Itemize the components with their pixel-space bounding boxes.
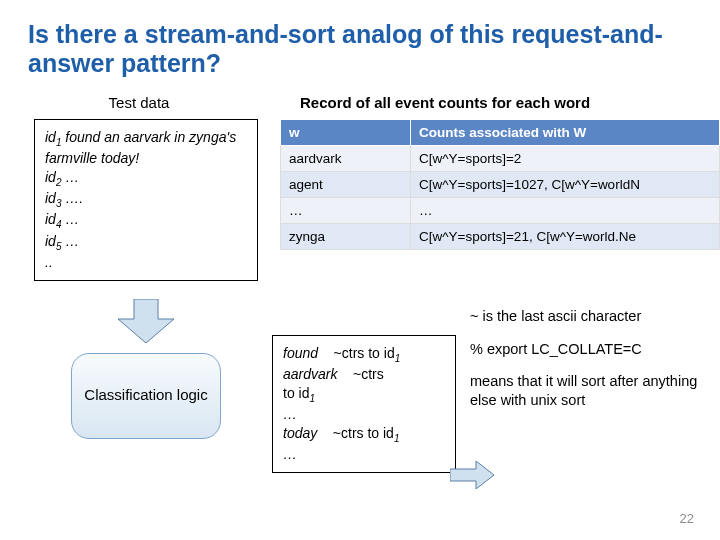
cell-w: agent (281, 171, 411, 197)
td-id: id (45, 190, 56, 206)
td-id: id (45, 233, 56, 249)
table-row: agentC[w^Y=sports]=1027, C[w^Y=worldN (281, 171, 720, 197)
output-box: found ~ctrs to id1 aardvark ~ctrs to id1… (272, 335, 456, 474)
out-sub: 1 (309, 393, 315, 404)
table-row: …… (281, 197, 720, 223)
label-record-counts: Record of all event counts for each word (300, 94, 590, 111)
explain-line-1: ~ is the last ascii character (470, 307, 700, 326)
test-data-box: id1 found an aarvark in zynga's farmvill… (34, 119, 258, 281)
cell-c: C[w^Y=sports]=21, C[w^Y=world.Ne (411, 223, 720, 249)
label-test-data: Test data (34, 94, 244, 111)
out-w: aardvark (283, 366, 337, 382)
th-counts: Counts associated with W (411, 119, 720, 145)
out-w: today (283, 425, 317, 441)
right-arrow-icon (450, 461, 494, 493)
cell-c: C[w^Y=sports]=1027, C[w^Y=worldN (411, 171, 720, 197)
slide-title: Is there a stream-and-sort analog of thi… (0, 0, 720, 88)
out-msg: ~ctrs to id (334, 345, 395, 361)
td-rest: found an aarvark in zynga's farmville to… (45, 129, 236, 166)
th-w: w (281, 119, 411, 145)
out-ell: … (283, 406, 297, 422)
counts-table-wrap: w Counts associated with W aardvarkC[w^Y… (280, 119, 720, 250)
slide-number: 22 (680, 511, 694, 526)
td-rest: … (61, 169, 79, 185)
table-row: zyngaC[w^Y=sports]=21, C[w^Y=world.Ne (281, 223, 720, 249)
counts-table: w Counts associated with W aardvarkC[w^Y… (280, 119, 720, 250)
td-id: id (45, 129, 56, 145)
cell-w: … (281, 197, 411, 223)
out-ell: … (283, 446, 297, 462)
td-id: id (45, 169, 56, 185)
explain-line-3: means that it will sort after anything e… (470, 372, 700, 410)
td-rest: … (61, 233, 79, 249)
out-msg: to id (283, 385, 309, 401)
classification-logic-box: Classification logic (71, 353, 221, 439)
class-box-label: Classification logic (84, 386, 207, 405)
out-msg: ~ctrs to id (333, 425, 394, 441)
td-id: id (45, 211, 56, 227)
cell-w: zynga (281, 223, 411, 249)
td-tail: .. (45, 254, 53, 270)
cell-c: … (411, 197, 720, 223)
td-rest: …. (61, 190, 83, 206)
down-arrow-icon (114, 299, 178, 343)
cell-c: C[w^Y=sports]=2 (411, 145, 720, 171)
td-rest: … (61, 211, 79, 227)
out-msg: ~ctrs (353, 366, 384, 382)
explain-line-2: % export LC_COLLATE=C (470, 340, 700, 359)
table-row: aardvarkC[w^Y=sports]=2 (281, 145, 720, 171)
explanation-column: ~ is the last ascii character % export L… (470, 299, 700, 424)
out-w: found (283, 345, 318, 361)
out-sub: 1 (395, 353, 401, 364)
out-sub: 1 (394, 433, 400, 444)
cell-w: aardvark (281, 145, 411, 171)
